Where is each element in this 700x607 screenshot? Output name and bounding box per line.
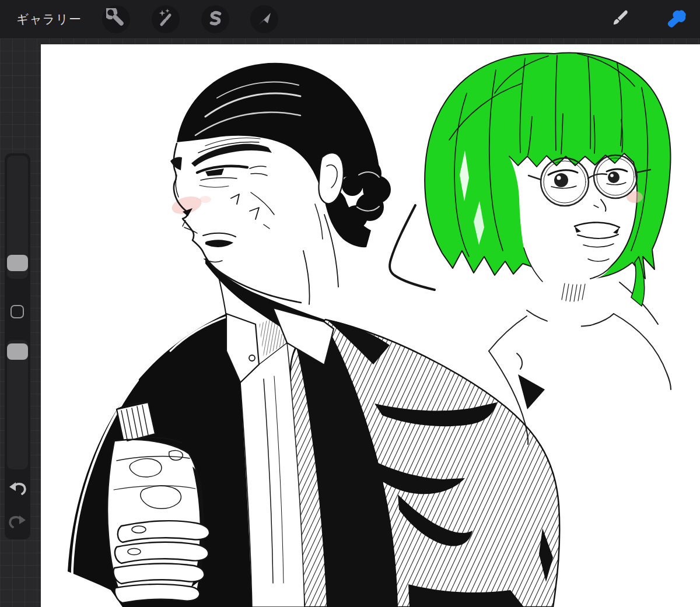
gallery-button[interactable]: ギャラリー [16,0,82,38]
wrench-icon [106,8,126,30]
drawing-canvas[interactable] [41,44,700,607]
paintbrush-icon [609,7,631,31]
workspace-background [0,38,700,607]
undo-button[interactable] [8,479,27,498]
smudge-tool-button[interactable] [665,8,688,31]
top-toolbar: ギャラリー [0,0,700,38]
sidebar-toolbar [5,153,30,539]
actions-button[interactable] [102,5,130,33]
selection-button[interactable] [201,5,229,33]
undo-arrow-icon [8,490,27,500]
redo-button[interactable] [8,513,27,531]
procreate-app: ギャラリー [0,0,700,607]
adjustments-button[interactable] [152,5,180,33]
opacity-handle[interactable] [7,343,28,360]
transform-button[interactable] [250,5,278,33]
modify-button[interactable] [10,305,24,318]
brush-size-handle[interactable] [7,255,28,271]
selection-s-icon [205,8,225,30]
paint-tool-button[interactable] [608,8,632,31]
transform-arrow-icon [254,8,274,30]
magic-wand-icon [156,8,176,30]
artwork [41,44,700,607]
redo-arrow-icon [8,523,27,533]
smudge-hand-icon [664,5,690,33]
